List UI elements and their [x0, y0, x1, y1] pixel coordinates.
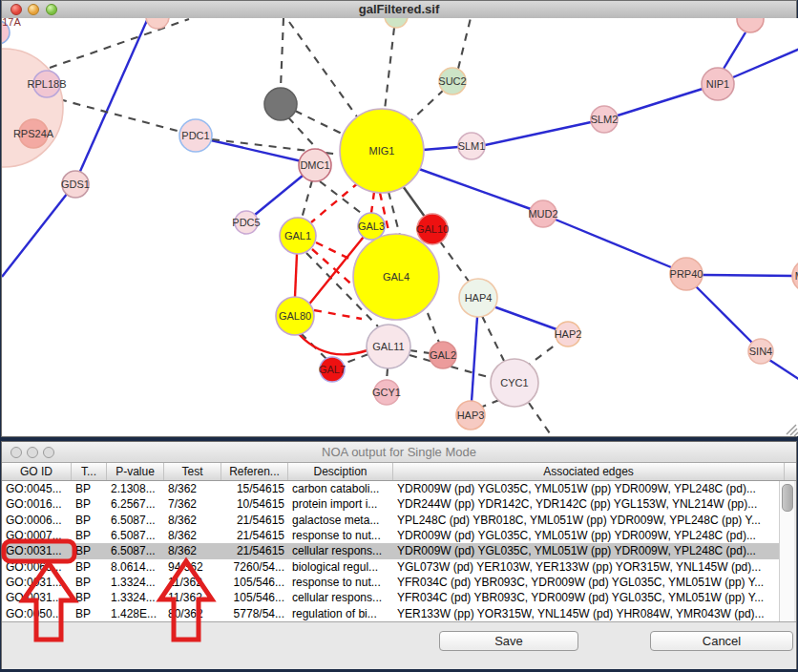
edge[interactable]	[480, 400, 499, 408]
edge[interactable]	[618, 89, 703, 116]
cell: 8/362	[164, 528, 221, 543]
cell: cellular respons...	[288, 543, 393, 558]
cell: 6.5087...	[107, 513, 164, 528]
edge[interactable]	[410, 350, 430, 353]
table-row-8[interactable]: GO:0050...BP1.428E...80/3625778/54...reg…	[2, 606, 782, 621]
cell: BP	[72, 559, 107, 575]
cell: 8/362	[164, 543, 221, 558]
edge[interactable]	[59, 99, 180, 132]
cell: GO:0031...	[2, 575, 72, 590]
edge[interactable]	[440, 242, 470, 283]
edge[interactable]	[387, 368, 388, 381]
edge[interactable]	[733, 49, 798, 77]
table-row-4[interactable]: GO:0031...BP6.5087...8/36221/54615cellul…	[2, 543, 782, 558]
edge[interactable]	[299, 334, 368, 354]
edge[interactable]	[289, 22, 359, 119]
resize-grip-icon[interactable]	[787, 425, 798, 436]
table-row-5[interactable]: GO:0065...BP8.0614...94/3627260/54...bio…	[2, 559, 782, 575]
edge[interactable]	[485, 122, 591, 145]
column-header-6[interactable]: Associated edges	[393, 463, 785, 480]
noa-window-titlebar[interactable]: NOA output for Single Mode	[2, 442, 796, 463]
cell: YER133W (pp) YOR315W, YNL145W (pd) YHR08…	[393, 606, 783, 621]
cell: YDR244W (pp) YDR142C, YDR142C (pp) YGL15…	[393, 496, 783, 512]
table-row-0[interactable]: GO:0045...BP2.1308...8/36215/54615carbon…	[2, 481, 782, 496]
table-row-7[interactable]: GO:0031...BP1.3324...11/362105/546...cel…	[2, 590, 782, 605]
cell: response to nut...	[288, 528, 393, 543]
cell: protein import i...	[288, 496, 393, 512]
node-label-HAP4: HAP4	[465, 292, 493, 304]
table-row-2[interactable]: GO:0006...BP6.5087...8/36221/54615galact…	[2, 513, 782, 528]
network-canvas[interactable]: 17ARPL18BRPS24AGDS1PDC1DMC1MIG1SUC2SLM1S…	[2, 18, 798, 436]
edge[interactable]	[428, 313, 439, 343]
cell: 105/546...	[221, 575, 288, 590]
table-header-row: GO IDT...P-valueTestReferen...Desciption…	[2, 463, 796, 481]
edge[interactable]	[703, 275, 793, 276]
edge[interactable]	[316, 242, 353, 261]
edge[interactable]	[388, 192, 400, 236]
edge[interactable]	[211, 140, 302, 161]
edge[interactable]	[403, 186, 425, 217]
edge[interactable]	[50, 19, 189, 68]
cell: BP	[72, 513, 107, 528]
edge[interactable]	[411, 90, 444, 120]
cell: 6.5087...	[107, 528, 164, 543]
edge[interactable]	[295, 254, 297, 297]
edge[interactable]	[482, 316, 504, 361]
column-header-0[interactable]: GO ID	[2, 463, 72, 480]
cell: YFR034C (pd) YBR093C, YDR009W (pd) YGL03…	[393, 575, 783, 590]
edge[interactable]	[472, 317, 477, 402]
edge[interactable]	[769, 360, 798, 380]
column-header-5[interactable]: Desciption	[288, 463, 393, 480]
edge[interactable]	[696, 286, 753, 344]
column-header-4[interactable]: Referen...	[221, 463, 288, 480]
table-row-6[interactable]: GO:0031...BP1.3324...11/362105/546...res…	[2, 575, 782, 590]
edge[interactable]	[255, 176, 303, 215]
cell: 80/362	[164, 606, 221, 621]
edge[interactable]	[295, 111, 342, 134]
node-label-corner: 17A	[2, 18, 21, 28]
edge[interactable]	[288, 117, 318, 150]
edge[interactable]	[371, 192, 374, 213]
save-button[interactable]: Save	[439, 631, 578, 651]
cell: 8.0614...	[107, 559, 164, 575]
cell: 6.2567...	[107, 496, 164, 512]
edge[interactable]	[2, 184, 74, 277]
table-row-1[interactable]: GO:0016...BP6.2567...7/36210/54615protei…	[2, 496, 782, 512]
cancel-button[interactable]: Cancel	[650, 631, 793, 651]
column-header-1[interactable]: T...	[72, 463, 107, 480]
edge[interactable]	[556, 220, 671, 267]
edge[interactable]	[423, 147, 458, 150]
edge[interactable]	[74, 18, 148, 184]
node-top-1[interactable]	[146, 18, 169, 29]
edge[interactable]	[458, 18, 471, 69]
edge[interactable]	[529, 403, 550, 433]
graph-window-titlebar[interactable]: galFiltered.sif	[2, 1, 796, 19]
scrollbar-thumb[interactable]	[782, 484, 793, 512]
edge[interactable]	[314, 310, 362, 319]
node-gray-node[interactable]	[264, 88, 297, 120]
table-row-3[interactable]: GO:0007...BP6.5087...8/36221/54615respon…	[2, 528, 782, 543]
edge[interactable]	[302, 180, 312, 219]
node-label-PRP40: PRP40	[670, 268, 704, 280]
cell: regulation of bi...	[288, 606, 393, 621]
cell: BP	[72, 528, 107, 543]
cell: BP	[72, 575, 107, 590]
node-top-right[interactable]	[737, 18, 764, 32]
node-label-MIG1: MIG1	[369, 145, 395, 157]
edge[interactable]	[385, 28, 394, 110]
cell: 11/362	[164, 575, 221, 590]
cell: 15/54615	[221, 481, 288, 496]
node-top-green[interactable]	[385, 18, 408, 28]
edge[interactable]	[724, 32, 746, 69]
cell: BP	[72, 606, 107, 621]
edge[interactable]	[419, 169, 531, 209]
edge[interactable]	[491, 305, 556, 329]
cell: 7260/54...	[221, 559, 288, 575]
edge[interactable]	[281, 18, 284, 88]
column-header-3[interactable]: Test	[164, 463, 221, 480]
column-header-2[interactable]: P-value	[107, 463, 164, 480]
edge[interactable]	[344, 354, 368, 364]
edge[interactable]	[311, 182, 359, 222]
cell: BP	[72, 590, 107, 605]
vertical-scrollbar[interactable]	[779, 481, 794, 621]
